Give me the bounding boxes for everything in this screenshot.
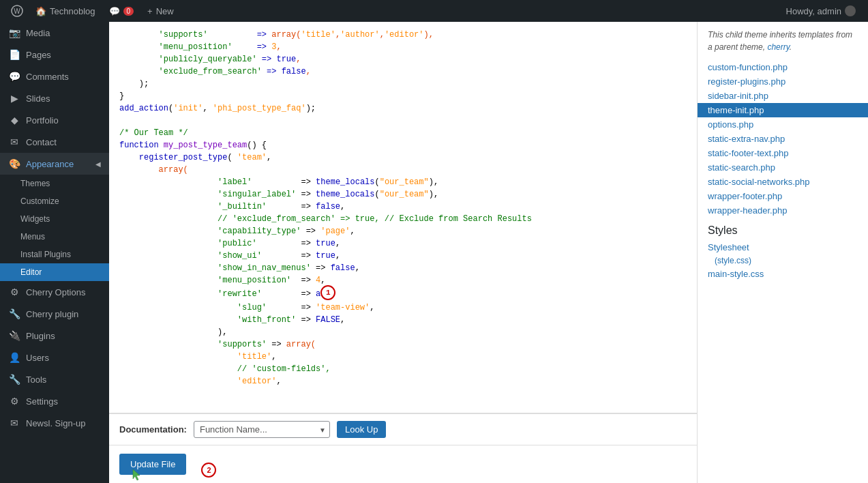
stylesheet-filename: (style.css) <box>698 254 868 267</box>
sidebar-label-newsletter: Newsl. Sign-up <box>26 418 85 428</box>
annotation-2: 2 <box>201 463 216 478</box>
sidebar-label-install-plugins: Install Plugins <box>20 250 71 259</box>
sidebar-label-plugins: Plugins <box>26 331 55 341</box>
tools-icon: 🔧 <box>8 374 20 385</box>
cherry-plugin-icon: 🔧 <box>8 308 20 319</box>
sidebar-item-media[interactable]: 📷 Media <box>0 22 109 44</box>
sidebar-item-settings[interactable]: ⚙ Settings <box>0 390 109 412</box>
site-name-item[interactable]: 🏠 Technoblog <box>29 0 102 22</box>
sidebar-label-media: Media <box>26 28 50 38</box>
users-icon: 👤 <box>8 352 20 363</box>
sidebar-label-comments: Comments <box>26 72 69 82</box>
update-bar: Update File 2 <box>109 445 697 483</box>
appearance-icon: 🎨 <box>8 158 20 169</box>
file-link-wrapper-footer[interactable]: wrapper-footer.php <box>698 189 868 203</box>
sidebar-item-users[interactable]: 👤 Users <box>0 347 109 368</box>
admin-sidebar: 📷 Media 📄 Pages 💬 Comments ▶ Slides ◆ Po… <box>0 22 109 483</box>
sidebar-item-widgets[interactable]: Widgets <box>0 210 109 228</box>
file-link-static-social-networks[interactable]: static-social-networks.php <box>698 175 868 189</box>
sidebar-item-plugins[interactable]: 🔌 Plugins <box>0 325 109 347</box>
file-link-static-footer-text[interactable]: static-footer-text.php <box>698 146 868 160</box>
file-link-stylesheet[interactable]: Stylesheet <box>698 240 868 254</box>
sidebar-label-pages: Pages <box>26 50 51 60</box>
comments-menu-icon: 💬 <box>8 71 20 82</box>
file-link-theme-init[interactable]: theme-init.php <box>698 103 868 117</box>
sidebar-item-cherry-options[interactable]: ⚙ Cherry Options <box>0 281 109 303</box>
contact-icon: ✉ <box>8 136 20 147</box>
svg-text:W: W <box>14 8 20 15</box>
sidebar-label-contact: Contact <box>26 137 57 147</box>
sidebar-label-themes: Themes <box>20 179 50 188</box>
cherry-options-icon: ⚙ <box>8 287 20 297</box>
sidebar-label-customize: Customize <box>20 196 59 206</box>
sidebar-item-portfolio[interactable]: ◆ Portfolio <box>0 109 109 131</box>
sidebar-label-editor: Editor <box>20 267 42 277</box>
documentation-bar: Documentation: Function Name... ▼ Look U… <box>109 413 697 445</box>
pages-icon: 📄 <box>8 49 20 60</box>
sidebar-item-slides[interactable]: ▶ Slides <box>0 87 109 109</box>
sidebar-label-appearance: Appearance <box>26 159 74 169</box>
wordpress-logo[interactable]: W <box>5 0 29 22</box>
sidebar-label-menus: Menus <box>20 232 45 241</box>
collapse-arrow-icon: ◀ <box>95 160 101 168</box>
new-content-item[interactable]: + New <box>140 0 181 22</box>
sidebar-item-pages[interactable]: 📄 Pages <box>0 44 109 65</box>
comments-item[interactable]: 💬 0 <box>102 0 141 22</box>
sidebar-label-tools: Tools <box>26 375 46 385</box>
sidebar-item-contact[interactable]: ✉ Contact <box>0 131 109 153</box>
newsletter-icon: ✉ <box>8 418 20 428</box>
sidebar-label-cherry-options: Cherry Options <box>26 287 85 297</box>
howdy-text: Howdy, admin <box>786 6 841 16</box>
sidebar-item-install-plugins[interactable]: Install Plugins <box>0 246 109 263</box>
file-link-main-style[interactable]: main-style.css <box>698 267 868 281</box>
sidebar-item-menus[interactable]: Menus <box>0 228 109 246</box>
function-select-wrap: Function Name... ▼ <box>194 421 330 438</box>
editor-main: 'supports' => array('title','author','ed… <box>109 22 698 483</box>
sidebar-item-themes[interactable]: Themes <box>0 175 109 192</box>
media-icon: 📷 <box>8 27 20 38</box>
annotation-1: 1 <box>320 285 335 300</box>
slides-icon: ▶ <box>8 93 20 104</box>
sidebar-label-cherry-plugin: Cherry plugin <box>26 309 78 319</box>
user-avatar <box>845 5 856 16</box>
file-link-static-extra-nav[interactable]: static-extra-nav.php <box>698 132 868 146</box>
file-link-options[interactable]: options.php <box>698 117 868 132</box>
howdy-user[interactable]: Howdy, admin <box>779 0 863 22</box>
sidebar-item-comments[interactable]: 💬 Comments <box>0 65 109 87</box>
sidebar-item-appearance[interactable]: 🎨 Appearance ◀ <box>0 153 109 175</box>
function-name-select[interactable]: Function Name... <box>194 421 330 438</box>
sidebar-label-users: Users <box>26 353 49 363</box>
lookup-button[interactable]: Look Up <box>337 421 386 438</box>
update-file-button[interactable]: Update File <box>119 454 186 475</box>
comments-count: 0 <box>123 7 134 16</box>
file-sidebar: This child theme inherits templates from… <box>698 22 868 483</box>
portfolio-icon: ◆ <box>8 115 20 126</box>
sidebar-label-widgets: Widgets <box>20 214 50 224</box>
new-label: New <box>156 6 174 16</box>
file-link-wrapper-header[interactable]: wrapper-header.php <box>698 203 868 218</box>
documentation-label: Documentation: <box>119 424 187 435</box>
site-name-label: Technoblog <box>50 6 95 16</box>
styles-heading: Styles <box>698 218 868 240</box>
cherry-link[interactable]: cherry <box>767 42 789 52</box>
file-link-custom-function[interactable]: custom-function.php <box>698 60 868 74</box>
sidebar-item-cherry-plugin[interactable]: 🔧 Cherry plugin <box>0 303 109 325</box>
sidebar-item-tools[interactable]: 🔧 Tools <box>0 368 109 390</box>
admin-bar: W 🏠 Technoblog 💬 0 + New Howdy, admin <box>0 0 868 22</box>
sidebar-label-settings: Settings <box>26 396 58 407</box>
sidebar-label-slides: Slides <box>26 93 50 104</box>
plus-icon: + <box>147 6 153 16</box>
settings-icon: ⚙ <box>8 396 20 407</box>
sidebar-label-portfolio: Portfolio <box>26 115 59 126</box>
plugins-icon: 🔌 <box>8 330 20 341</box>
file-link-sidebar-init[interactable]: sidebar-init.php <box>698 89 868 103</box>
file-link-static-search[interactable]: static-search.php <box>698 160 868 175</box>
sidebar-item-customize[interactable]: Customize <box>0 192 109 210</box>
sidebar-item-newsletter[interactable]: ✉ Newsl. Sign-up <box>0 412 109 434</box>
file-link-register-plugins[interactable]: register-plugins.php <box>698 74 868 89</box>
theme-description: This child theme inherits templates from… <box>698 29 868 60</box>
sidebar-item-editor[interactable]: Editor <box>0 263 109 281</box>
home-icon: 🏠 <box>35 6 46 16</box>
wp-body: 'supports' => array('title','author','ed… <box>109 22 868 483</box>
code-editor[interactable]: 'supports' => array('title','author','ed… <box>109 22 697 413</box>
